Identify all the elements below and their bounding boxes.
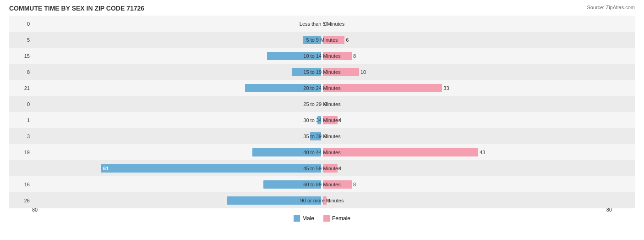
male-bar — [317, 116, 321, 124]
female-count-label: 6 — [346, 37, 349, 43]
male-count-label: 16 — [9, 182, 32, 187]
male-count-label: 26 — [9, 198, 32, 203]
female-side: 10 — [322, 67, 612, 77]
female-bar — [323, 36, 344, 44]
legend: Male Female — [9, 215, 635, 222]
female-side: 33 — [322, 83, 612, 93]
female-bar — [323, 180, 352, 189]
female-count-label: 4 — [339, 117, 342, 123]
female-count-label: 8 — [353, 53, 356, 59]
female-side: 0 — [322, 19, 612, 29]
female-side: 4 — [322, 163, 612, 173]
female-count-label: 10 — [360, 69, 366, 75]
bars-wrapper: 20 to 24 Minutes33 — [32, 80, 612, 96]
chart-area: 0Less than 5 Minutes055 to 9 Minutes6151… — [9, 16, 635, 205]
legend-female: Female — [323, 215, 350, 222]
chart-row: 6145 to 59 Minutes4 — [9, 160, 635, 176]
female-bar — [323, 84, 442, 92]
bars-wrapper: 60 to 89 Minutes8 — [32, 176, 612, 192]
bars-wrapper: 25 to 29 Minutes0 — [32, 96, 612, 112]
female-bar — [323, 52, 352, 60]
female-count-label: 0 — [324, 21, 327, 27]
bars-wrapper: Less than 5 Minutes0 — [32, 16, 612, 32]
chart-title: COMMUTE TIME BY SEX IN ZIP CODE 71726 — [9, 5, 635, 12]
male-bar — [310, 132, 321, 140]
female-bar — [323, 148, 478, 156]
chart-row: 1940 to 44 Minutes43 — [9, 144, 635, 160]
chart-row: 55 to 9 Minutes6 — [9, 32, 635, 48]
female-side: 4 — [322, 115, 612, 125]
male-side — [32, 195, 322, 206]
male-inside-label: 61 — [103, 166, 109, 171]
chart-row: 815 to 19 Minutes10 — [9, 64, 635, 80]
female-count-label: 33 — [443, 85, 449, 91]
male-count-label: 1 — [9, 117, 32, 123]
male-side — [32, 115, 322, 125]
female-side: 8 — [322, 179, 612, 190]
female-side: 6 — [322, 35, 612, 45]
female-side: 1 — [322, 195, 612, 206]
female-side: 43 — [322, 147, 612, 157]
male-bar — [263, 180, 321, 189]
bars-wrapper: 35 to 39 Minutes0 — [32, 128, 612, 144]
legend-male-label: Male — [302, 215, 314, 222]
female-side: 0 — [322, 131, 612, 141]
female-bar — [323, 116, 338, 124]
male-count-label: 0 — [9, 21, 32, 27]
chart-row: 130 to 34 Minutes4 — [9, 112, 635, 128]
male-count-label: 19 — [9, 150, 32, 155]
chart-row: 0Less than 5 Minutes0 — [9, 16, 635, 32]
male-count-label: 3 — [9, 134, 32, 139]
chart-row: 335 to 39 Minutes0 — [9, 128, 635, 144]
male-side — [32, 35, 322, 45]
male-count-label: 21 — [9, 85, 32, 91]
male-bar — [292, 68, 321, 76]
male-side — [32, 19, 322, 29]
female-count-label: 0 — [324, 134, 327, 139]
female-count-label: 4 — [339, 166, 342, 171]
chart-row: 025 to 29 Minutes0 — [9, 96, 635, 112]
female-count-label: 0 — [324, 101, 327, 107]
bars-wrapper: 90 or more Minutes1 — [32, 192, 612, 208]
male-count-label: 8 — [9, 69, 32, 75]
male-count-label: 0 — [9, 101, 32, 107]
bars-wrapper: 5 to 9 Minutes6 — [32, 32, 612, 48]
chart-row: 2120 to 24 Minutes33 — [9, 80, 635, 96]
female-side: 0 — [322, 99, 612, 109]
male-side — [32, 99, 322, 109]
female-bar — [323, 164, 338, 173]
bars-wrapper: 10 to 14 Minutes8 — [32, 48, 612, 64]
bars-wrapper: 15 to 19 Minutes10 — [32, 64, 612, 80]
male-side: 61 — [32, 163, 322, 173]
female-count-label: 43 — [480, 150, 485, 155]
female-count-label: 8 — [353, 182, 356, 187]
chart-row: 1660 to 89 Minutes8 — [9, 176, 635, 192]
male-bar — [303, 36, 321, 44]
chart-row: 2690 or more Minutes1 — [9, 192, 635, 208]
male-bar: 61 — [101, 164, 321, 173]
male-side — [32, 131, 322, 141]
bars-wrapper: 30 to 34 Minutes4 — [32, 112, 612, 128]
male-side — [32, 147, 322, 157]
male-count-label: 15 — [9, 53, 32, 59]
female-bar — [323, 196, 327, 205]
legend-male-box — [294, 215, 300, 222]
chart-container: COMMUTE TIME BY SEX IN ZIP CODE 71726 So… — [0, 0, 644, 240]
female-count-label: 1 — [328, 198, 331, 203]
male-bar — [245, 84, 321, 92]
male-bar — [252, 148, 321, 156]
male-bar — [267, 52, 321, 60]
male-count-label: 5 — [9, 37, 32, 43]
male-side — [32, 51, 322, 61]
female-bar — [323, 68, 359, 76]
female-side: 8 — [322, 51, 612, 61]
male-side — [32, 179, 322, 190]
bars-wrapper: 40 to 44 Minutes43 — [32, 144, 612, 160]
source-label: Source: ZipAtlas.com — [587, 5, 635, 10]
chart-row: 1510 to 14 Minutes8 — [9, 48, 635, 64]
male-side — [32, 83, 322, 93]
legend-female-box — [323, 215, 330, 222]
male-bar — [227, 196, 321, 205]
male-side — [32, 67, 322, 77]
legend-female-label: Female — [332, 215, 350, 222]
